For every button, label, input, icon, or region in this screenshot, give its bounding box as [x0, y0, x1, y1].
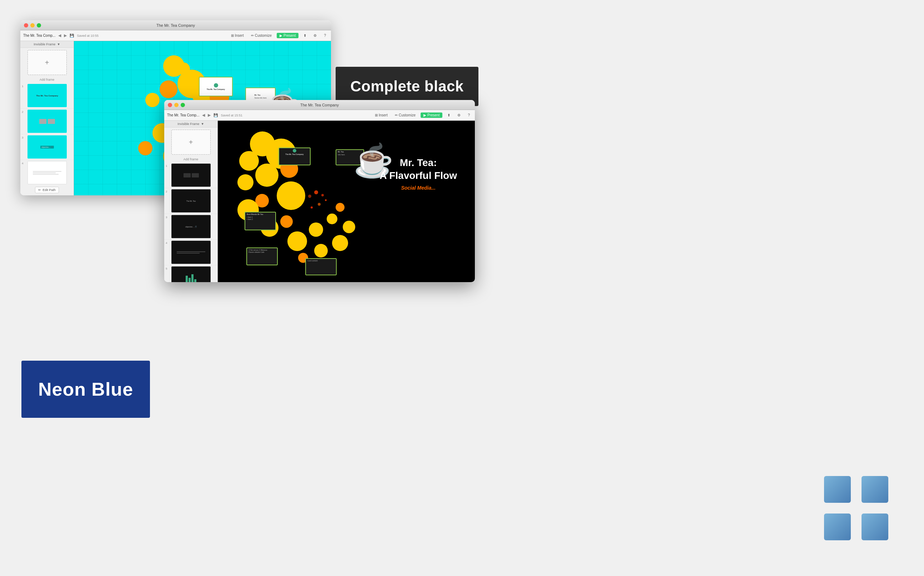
new-frame-btn-1[interactable]: +: [27, 50, 67, 75]
dark-card: Card content: [305, 258, 337, 275]
play-icon-1: ▶: [280, 34, 282, 37]
slide-thumb-1: The Mr. Tea Company: [27, 84, 67, 107]
svg-rect-2: [824, 514, 851, 540]
slide-item-d3[interactable]: 3 objective... 🎵: [164, 214, 217, 240]
dark-circle: [277, 181, 305, 210]
saved-label-2: Saved at 15:51: [221, 114, 242, 117]
pencil-icon-1: ✏: [251, 34, 254, 37]
frame-dropdown-icon[interactable]: ▼: [57, 43, 60, 46]
customize-btn-2[interactable]: ✏ Customize: [393, 112, 418, 118]
titlebar-1: The Mr. Tea Company: [20, 20, 331, 30]
prezi-canvas-2: The Mr. Tea Company Mr. Tea Info here Be…: [218, 121, 475, 282]
save-icon-1: 💾: [70, 34, 74, 37]
fullscreen-button-2[interactable]: [181, 103, 185, 107]
dark-circle: [309, 222, 323, 237]
neon-blue-text: Neon Blue: [38, 379, 133, 400]
dark-circle: [237, 174, 254, 190]
nav-forward-1[interactable]: ▶: [64, 33, 67, 38]
window-body-2: Invisible Frame ▼ + Add frame 1: [164, 121, 475, 282]
fullscreen-button-1[interactable]: [37, 23, 41, 27]
sidebar-2: Invisible Frame ▼ + Add frame 1: [164, 121, 218, 282]
slide-item-2[interactable]: 2: [20, 109, 74, 134]
slide-item-d1[interactable]: 1: [164, 163, 217, 188]
titlebar-2: The Mr. Tea Company: [164, 100, 475, 110]
window-title-2: The Mr. Tea Company: [300, 103, 339, 107]
slide-thumb-2: [27, 110, 67, 133]
pencil-icon-2: ✏: [395, 113, 398, 117]
saved-label-1: Saved at 10:55: [77, 34, 99, 37]
prezi-circle: [138, 141, 152, 155]
dark-circle: [288, 231, 307, 251]
slide-thumb-d5: [171, 266, 211, 282]
new-frame-btn-2[interactable]: +: [171, 130, 211, 155]
traffic-lights-1[interactable]: [24, 23, 41, 27]
window-title-1: The Mr. Tea Company: [157, 23, 195, 27]
slide-thumb-4: [27, 161, 67, 184]
frame-label-1: Invisible Frame ▼: [20, 41, 74, 48]
save-icon-2: 💾: [214, 113, 218, 117]
dark-card: 3 Hot versus 3 Hibiscus Flavors details …: [246, 248, 278, 265]
minimize-button-1[interactable]: [30, 23, 35, 27]
slide-item-4[interactable]: 4: [20, 160, 74, 185]
dark-circle: [239, 151, 259, 171]
slide-thumb-d2: The Mr. Tea: [171, 189, 211, 213]
dark-circle: [332, 235, 348, 251]
pencil-icon-edit: ✏: [38, 188, 41, 192]
window-dark: The Mr. Tea Company The Mr. Tea Comp... …: [164, 100, 475, 282]
dark-circle: [255, 163, 278, 187]
settings-btn-2[interactable]: ⚙: [455, 112, 463, 118]
settings-btn-1[interactable]: ⚙: [311, 33, 319, 38]
share-btn-1[interactable]: ⬆: [301, 33, 309, 38]
svg-rect-3: [862, 514, 888, 540]
present-btn-2[interactable]: ▶ Present: [420, 112, 442, 118]
traffic-lights-2[interactable]: [168, 103, 185, 107]
frame-label-2: Invisible Frame ▼: [164, 121, 217, 128]
add-frame-label-2: Add frame: [164, 157, 217, 161]
slide-item-d2[interactable]: 2 The Mr. Tea: [164, 188, 217, 214]
slide-item-3[interactable]: 3 objective... 🎵: [20, 134, 74, 160]
prezi-circle: [145, 93, 160, 107]
svg-rect-1: [862, 476, 888, 503]
minimize-button-2[interactable]: [174, 103, 179, 107]
insert-icon-2: ⊞: [375, 113, 378, 117]
insert-icon-1: ⊞: [231, 34, 234, 37]
insert-btn-2[interactable]: ⊞ Insert: [373, 112, 390, 118]
dark-canvas-subtitle: Social Media...: [379, 185, 457, 191]
nav-forward-2[interactable]: ▶: [208, 113, 211, 117]
doc-title-1[interactable]: The Mr. Tea Comp...: [23, 34, 55, 37]
slide-item-1[interactable]: 1 The Mr. Tea Company: [20, 83, 74, 109]
slide-thumb-3: objective... 🎵: [27, 135, 67, 158]
slide-item-d5[interactable]: 5: [164, 265, 217, 282]
complete-black-text: Complete black: [350, 78, 464, 95]
prezi-card: The Mr. Tea Company: [199, 77, 233, 96]
dark-circle: [336, 203, 345, 212]
slide-list-2: 1 2 The Mr. Tea: [164, 163, 217, 282]
dark-circle: [343, 221, 355, 233]
play-icon-2: ▶: [424, 113, 426, 117]
slide-thumb-d1: [171, 163, 211, 187]
present-btn-1[interactable]: ▶ Present: [277, 33, 299, 38]
svg-rect-0: [824, 476, 851, 503]
close-button-2[interactable]: [168, 103, 172, 107]
slide-item-d4[interactable]: 4: [164, 240, 217, 265]
insert-btn-1[interactable]: ⊞ Insert: [229, 33, 246, 38]
edit-path-btn[interactable]: ✏ Edit Path: [35, 187, 59, 193]
nav-back-1[interactable]: ◀: [58, 33, 61, 38]
share-btn-2[interactable]: ⬆: [445, 112, 452, 118]
dark-red-dots: [305, 190, 330, 215]
help-btn-2[interactable]: ?: [465, 112, 472, 118]
nav-back-2[interactable]: ◀: [202, 113, 205, 117]
sidebar-1: Invisible Frame ▼ + Add frame 1 The Mr. …: [20, 41, 74, 195]
doc-title-2[interactable]: The Mr. Tea Comp...: [167, 113, 199, 117]
canvas-area-2[interactable]: The Mr. Tea Company Mr. Tea Info here Be…: [218, 121, 475, 282]
slide-thumb-d4: [171, 241, 211, 264]
frame-dropdown-icon-2[interactable]: ▼: [201, 122, 204, 126]
customize-btn-1[interactable]: ✏ Customize: [249, 33, 274, 38]
prezi-circle: [160, 80, 177, 98]
help-btn-1[interactable]: ?: [322, 33, 328, 38]
prezi-logo: [810, 462, 903, 555]
neon-blue-label: Neon Blue: [21, 361, 150, 418]
dark-canvas-title: Mr. Tea: A Flavorful Flow Social Media..…: [379, 157, 457, 191]
prezi-circle: [177, 62, 190, 75]
close-button-1[interactable]: [24, 23, 28, 27]
